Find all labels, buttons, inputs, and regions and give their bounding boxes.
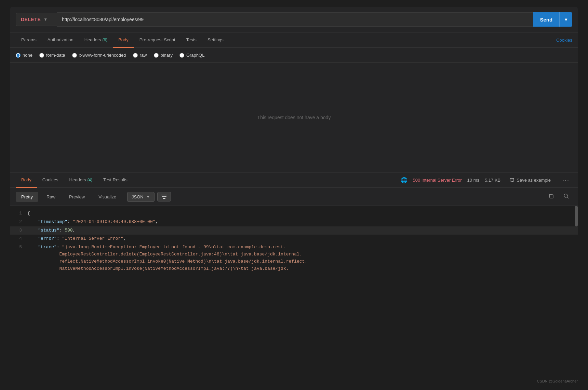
tab-body[interactable]: Body <box>113 32 134 48</box>
radio-graphql[interactable]: GraphQL <box>179 53 204 58</box>
headers-badge: (6) <box>102 38 107 42</box>
line-content-4: "error": "Internal Server Error", <box>27 235 578 242</box>
url-input[interactable] <box>57 12 533 27</box>
tab-headers[interactable]: Headers (6) <box>79 32 113 48</box>
svg-rect-2 <box>163 198 165 199</box>
filter-icon <box>161 194 167 199</box>
radio-urlencoded[interactable]: x-www-form-urlencoded <box>72 53 126 58</box>
method-selector[interactable]: DELETE ▼ <box>16 13 57 26</box>
postman-window: DELETE ▼ Send ▼ Params Authorization Hea… <box>10 7 578 276</box>
response-tab-cookies[interactable]: Cookies <box>37 172 64 188</box>
response-code-area: 1 { 2 "timestamp": "2024-04-09T09:40:49.… <box>10 206 578 276</box>
copy-button[interactable] <box>545 191 557 202</box>
response-time: 10 ms <box>467 178 479 183</box>
tab-cookies[interactable]: Cookies <box>556 38 572 43</box>
save-as-example-button[interactable]: 🖫 Save as example <box>506 175 554 185</box>
svg-rect-0 <box>161 195 167 195</box>
line-content-2: "timestamp": "2024-04-09T09:40:49.688+00… <box>27 219 578 226</box>
line-number-1: 1 <box>10 210 27 217</box>
method-chevron-icon: ▼ <box>43 17 48 22</box>
url-bar: DELETE ▼ Send ▼ <box>10 7 578 32</box>
svg-rect-1 <box>162 196 166 197</box>
format-tab-visualize[interactable]: Visualize <box>93 192 122 202</box>
tab-pre-request[interactable]: Pre-request Script <box>134 32 181 48</box>
radio-form-data[interactable]: form-data <box>39 53 65 58</box>
send-chevron-icon[interactable]: ▼ <box>560 17 572 22</box>
code-line-2: 2 "timestamp": "2024-04-09T09:40:49.688+… <box>10 218 578 226</box>
format-bar: Pretty Raw Preview Visualize JSON ▼ <box>10 188 578 206</box>
status-badge: 500 Internal Server Error <box>413 178 462 183</box>
code-line-5: 5 "trace": "java.lang.RuntimeException: … <box>10 243 578 273</box>
response-section: Body Cookies Headers (4) Test Results 🌐 … <box>10 172 578 276</box>
format-bar-right <box>545 191 572 202</box>
send-label: Send <box>533 17 559 23</box>
response-tab-test-results[interactable]: Test Results <box>98 172 133 188</box>
body-options: none form-data x-www-form-urlencoded raw… <box>10 48 578 63</box>
code-line-4: 4 "error": "Internal Server Error", <box>10 235 578 243</box>
scrollbar-indicator[interactable] <box>575 206 578 226</box>
json-format-label: JSON <box>132 194 144 199</box>
format-tab-raw[interactable]: Raw <box>41 192 61 202</box>
svg-line-5 <box>567 197 569 198</box>
line-content-3: "status": 500, <box>27 227 578 234</box>
line-number-4: 4 <box>10 235 27 242</box>
search-icon <box>563 193 569 199</box>
format-tab-preview[interactable]: Preview <box>64 192 90 202</box>
response-meta: 🌐 500 Internal Server Error 10 ms 5.17 K… <box>401 175 573 185</box>
format-tab-pretty[interactable]: Pretty <box>16 192 38 202</box>
radio-raw[interactable]: raw <box>133 53 147 58</box>
json-chevron-icon: ▼ <box>146 195 150 199</box>
response-tab-headers[interactable]: Headers (4) <box>64 172 98 188</box>
method-label: DELETE <box>21 17 41 22</box>
filter-button[interactable] <box>157 192 171 201</box>
svg-point-4 <box>564 194 567 197</box>
empty-body-message: This request does not have a body <box>10 63 578 172</box>
response-size: 5.17 KB <box>485 178 500 183</box>
line-number-5: 5 <box>10 244 27 272</box>
save-icon: 🖫 <box>509 177 514 183</box>
line-content-1: { <box>27 210 578 217</box>
json-format-selector[interactable]: JSON ▼ <box>127 192 155 202</box>
globe-icon: 🌐 <box>401 177 407 183</box>
search-button[interactable] <box>560 191 572 202</box>
request-tabs: Params Authorization Headers (6) Body Pr… <box>10 32 578 48</box>
copy-icon <box>548 193 554 199</box>
code-line-1: 1 { <box>10 209 578 218</box>
watermark: CSDN @GoldenaArcher <box>537 379 578 383</box>
send-button[interactable]: Send ▼ <box>533 12 572 27</box>
line-number-3: 3 <box>10 227 27 234</box>
code-line-3: 3 "status": 500, <box>10 226 578 235</box>
response-tabs-bar: Body Cookies Headers (4) Test Results 🌐 … <box>10 172 578 188</box>
response-headers-badge: (4) <box>87 178 92 182</box>
line-content-5: "trace": "java.lang.RuntimeException: Em… <box>27 244 578 272</box>
radio-binary[interactable]: binary <box>154 53 173 58</box>
more-options-button[interactable]: ··· <box>560 175 572 185</box>
response-tab-body[interactable]: Body <box>16 172 37 188</box>
svg-rect-3 <box>550 195 553 198</box>
line-number-2: 2 <box>10 219 27 226</box>
tab-params[interactable]: Params <box>16 32 42 48</box>
radio-none[interactable]: none <box>16 53 32 58</box>
tab-tests[interactable]: Tests <box>181 32 202 48</box>
tab-settings[interactable]: Settings <box>202 32 229 48</box>
tab-authorization[interactable]: Authorization <box>42 32 79 48</box>
